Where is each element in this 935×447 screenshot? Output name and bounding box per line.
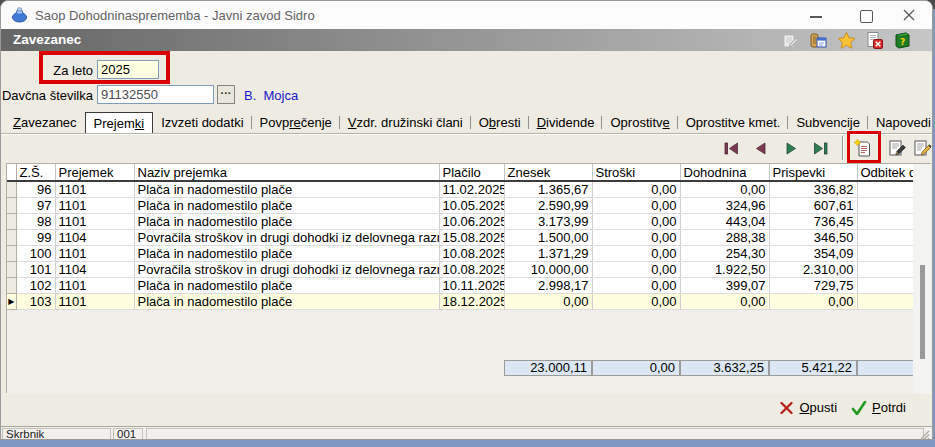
tab-bar: Zavezanec Prejemki Izvzeti dodatki Povpr… (5, 112, 928, 133)
table-row[interactable]: 96 1101 Plača in nadomestilo plače 11.02… (7, 181, 914, 198)
app-window: Saop Dohodninasprememba - Javni zavod Si… (0, 0, 933, 440)
total-dohodnina: 3.632,25 (680, 360, 769, 376)
prejemki-grid: Z.Š. Prejemek Naziv prejemka Plačilo Zne… (6, 163, 931, 393)
col-prispevki[interactable]: Prispevki (769, 164, 857, 181)
last-record-button[interactable] (813, 141, 828, 154)
table-row[interactable]: 99 1104 Povračila stroškov in drugi doho… (7, 230, 914, 246)
opusti-button[interactable]: Opusti (779, 400, 837, 415)
table-row[interactable]: 102 1101 Plača in nadomestilo plače 10.1… (7, 278, 914, 294)
col-zs[interactable]: Z.Š. (16, 164, 55, 181)
section-header-bar: Zavezanec ? (1, 29, 932, 51)
scroll-window-icon[interactable] (809, 31, 828, 50)
davcna-stevilka-label: Davčna številka (1, 88, 93, 103)
col-prejemek[interactable]: Prejemek (55, 164, 134, 181)
tab-prejemki[interactable]: Prejemki (85, 112, 154, 133)
davcna-stevilka-input[interactable] (97, 85, 214, 104)
grid-header-row: Z.Š. Prejemek Naziv prejemka Plačilo Zne… (7, 164, 914, 181)
footer-buttons: Opusti Potrdi (779, 400, 906, 415)
next-record-button[interactable] (785, 141, 800, 154)
scrollbar-thumb[interactable] (920, 265, 925, 359)
za-leto-label: Za leto (21, 63, 93, 78)
first-record-button[interactable] (724, 141, 739, 154)
grid-table: Z.Š. Prejemek Naziv prejemka Plačilo Zne… (7, 164, 915, 310)
selector-header (7, 164, 16, 181)
total-prispevki: 5.421,22 (769, 360, 857, 376)
tab-oprostitve-kmet[interactable]: Oprostitve kmet. (678, 112, 789, 133)
maximize-button[interactable] (857, 7, 875, 23)
minimize-button[interactable] (807, 7, 825, 23)
tab-panel-top-border (1, 133, 932, 135)
title-bar[interactable]: Saop Dohodninasprememba - Javni zavod Si… (1, 1, 932, 29)
tab-subvencije[interactable]: Subvencije (788, 112, 868, 133)
svg-text:?: ? (900, 37, 905, 47)
vertical-scrollbar[interactable] (913, 164, 931, 394)
close-button[interactable] (900, 7, 918, 23)
total-znesek: 23.000,11 (504, 360, 592, 376)
col-znesek[interactable]: Znesek (504, 164, 592, 181)
table-row[interactable]: 101 1104 Povračila stroškov in drugi doh… (7, 262, 914, 278)
insert-record-button[interactable] (853, 138, 873, 158)
edit-grid-button[interactable] (912, 138, 932, 158)
favorite-star-icon[interactable] (837, 31, 856, 50)
prior-record-button[interactable] (754, 141, 769, 154)
tab-izvzeti-dodatki[interactable]: Izvzeti dodatki (153, 112, 251, 133)
screen: Saop Dohodninasprememba - Javni zavod Si… (0, 0, 935, 447)
taxpayer-name: B. Mojca (244, 88, 298, 103)
status-code: 001 (113, 428, 143, 440)
status-bar: Skrbnik 001 (1, 426, 932, 440)
col-placilo[interactable]: Plačilo (439, 164, 504, 181)
tab-povprecenje[interactable]: Povprečenje (252, 112, 340, 133)
app-icon (11, 6, 28, 23)
current-row-icon: ▶ (7, 294, 16, 310)
tab-vzdr-druzinski-clani[interactable]: Vzdr. družinski člani (340, 112, 471, 133)
table-row[interactable]: 98 1101 Plača in nadomestilo plače 10.06… (7, 214, 914, 230)
edit-note-disabled-icon[interactable] (781, 31, 800, 50)
table-row[interactable]: 100 1101 Plača in nadomestilo plače 10.0… (7, 246, 914, 262)
document-delete-icon[interactable] (865, 31, 884, 50)
tab-dividende[interactable]: Dividende (529, 112, 603, 133)
davcna-browse-button[interactable]: ··· (217, 85, 235, 104)
window-title: Saop Dohodninasprememba - Javni zavod Si… (35, 8, 315, 23)
tab-obresti[interactable]: Obresti (471, 112, 529, 133)
help-book-icon[interactable]: ? (893, 31, 912, 50)
potrdi-button[interactable]: Potrdi (851, 400, 906, 415)
za-leto-input[interactable] (97, 60, 159, 79)
col-stroski[interactable]: Stroški (592, 164, 680, 181)
status-user: Skrbnik (2, 428, 111, 440)
col-odbitek[interactable]: Odbitek dav (857, 164, 914, 181)
col-dohodnina[interactable]: Dohodnina (680, 164, 769, 181)
tab-zavezanec[interactable]: Zavezanec (5, 112, 85, 133)
edit-record-button[interactable] (887, 138, 907, 158)
resize-grip-icon[interactable] (920, 430, 930, 440)
table-row[interactable]: 97 1101 Plača in nadomestilo plače 10.05… (7, 198, 914, 214)
toolbar-separator (842, 136, 844, 160)
tab-napovedi[interactable]: Napovedi (868, 112, 933, 133)
confirm-check-icon (851, 401, 867, 415)
col-naziv[interactable]: Naziv prejemka (134, 164, 439, 181)
status-empty-panel (146, 428, 924, 440)
section-title: Zavezanec (13, 32, 81, 47)
tab-oprostitve[interactable]: Oprostitve (602, 112, 677, 133)
header-toolbar: ? (781, 31, 912, 50)
table-row-selected[interactable]: ▶ 103 1101 Plača in nadomestilo plače 18… (7, 294, 914, 310)
cancel-x-icon (779, 401, 794, 415)
total-odbitek (857, 360, 914, 376)
total-stroski: 0,00 (592, 360, 680, 376)
